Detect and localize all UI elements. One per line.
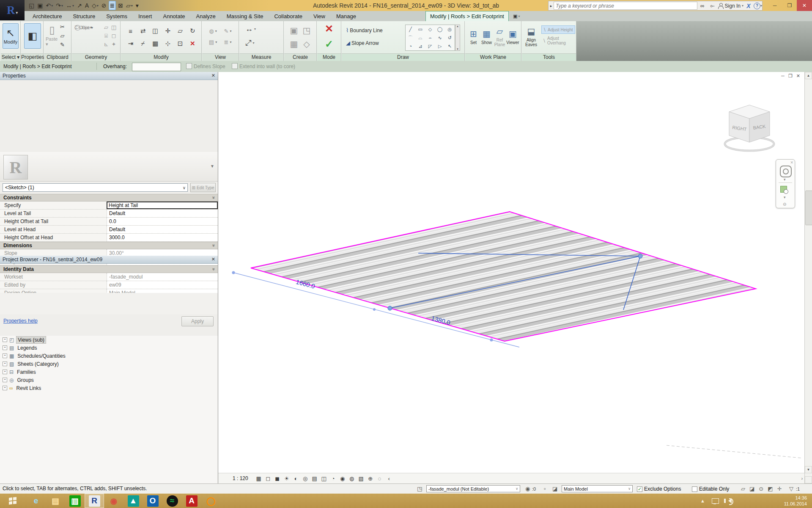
property-value[interactable]: -fasade_modul	[107, 273, 218, 281]
customize-qat-icon[interactable]: ▾▾	[135, 1, 140, 10]
expand-icon[interactable]: +	[3, 378, 7, 382]
select-pinned-icon[interactable]: ⊙	[759, 486, 763, 492]
delete-icon[interactable]: ✕	[190, 40, 195, 47]
design-option-select[interactable]: Main Model∨	[562, 485, 633, 492]
ellipse-tool-icon[interactable]: ◔	[409, 44, 412, 49]
infocenter-toggle-icon[interactable]: ▸	[549, 4, 554, 8]
work-plane-button[interactable]: ▣ Viewer	[507, 24, 519, 49]
property-value[interactable]: Default	[107, 226, 218, 233]
spline-tool-icon[interactable]: ↺	[448, 35, 452, 41]
split-face-icon[interactable]: ◻	[112, 33, 116, 41]
tab-modify-contextual[interactable]: Modify | Roofs > Edit Footprint	[425, 11, 509, 21]
unlocked-view-icon[interactable]: ◔	[329, 475, 338, 482]
expand-icon[interactable]: +	[3, 386, 7, 390]
expand-icon[interactable]: +	[3, 370, 7, 374]
property-group-header[interactable]: Dimensions«	[0, 242, 218, 249]
copy-icon[interactable]: ▱	[178, 27, 183, 35]
network-icon[interactable]	[712, 498, 719, 504]
partial-ellipse-tool-icon[interactable]: ⊿	[418, 44, 422, 49]
view-restore-icon[interactable]: ❐	[788, 73, 793, 79]
taskbar-chrome[interactable]: ◉	[104, 494, 123, 508]
crop-region-icon[interactable]: ◫	[319, 475, 329, 482]
dimension-icon[interactable]: ⤢▾	[245, 39, 256, 47]
search-input[interactable]	[554, 2, 697, 10]
create-similar-icon[interactable]: ◳	[303, 25, 311, 36]
geometry-button[interactable]: ⬭Join▾	[74, 24, 92, 31]
taskbar-explorer[interactable]: ▤	[46, 494, 65, 508]
create-parts-icon[interactable]: ◇	[303, 39, 310, 49]
extend-into-wall-checkbox[interactable]: Extend into wall (to core)	[232, 63, 295, 69]
taskbar-acrobat[interactable]: A	[182, 494, 201, 508]
aligned-dimension-icon[interactable]: ↗▾	[76, 1, 83, 10]
property-group-header[interactable]: Constraints«	[0, 194, 218, 202]
mirror-icon[interactable]: ◫	[152, 27, 158, 35]
sun-path-icon[interactable]: ☀	[282, 475, 291, 482]
array-icon[interactable]: ▦	[152, 40, 158, 47]
center-ends-arc-icon[interactable]: ⌓	[418, 35, 422, 41]
editable-only-checkbox[interactable]: Editable Only	[692, 486, 729, 492]
worksets-icon[interactable]: ◳	[417, 486, 422, 492]
work-plane-button[interactable]: ▦ Show	[480, 24, 493, 49]
text-icon[interactable]: A▾	[84, 1, 90, 10]
select-links-icon[interactable]: ▱	[741, 486, 745, 492]
design-options-icon[interactable]: ◪	[552, 486, 557, 492]
properties-toggle-button[interactable]: ◧	[24, 23, 41, 49]
thin-lines-icon[interactable]: ≣▾	[109, 1, 116, 10]
section-icon[interactable]: ⊘▾	[101, 1, 107, 10]
expand-icon[interactable]: +	[3, 353, 7, 358]
measure-icon[interactable]: ↔▾	[65, 1, 75, 10]
slope-arrow-grip[interactable]	[638, 254, 642, 258]
lightbulb-icon[interactable]: ◍▾	[209, 25, 217, 36]
viewcube[interactable]: RIGHT BACK	[716, 97, 783, 161]
tree-item[interactable]: + ▤ Legends	[0, 344, 218, 352]
rendering-dialog-icon[interactable]: ◎	[301, 475, 310, 482]
temporary-view-properties-icon[interactable]: ⊕	[366, 475, 375, 482]
start-button[interactable]	[3, 494, 22, 508]
tree-item[interactable]: + ▧ Sheets (Category)	[0, 360, 218, 368]
finish-edit-mode-button[interactable]: ✓	[317, 38, 341, 50]
hscroll-right-arrow[interactable]: ›	[801, 476, 803, 481]
circumscribed-polygon-tool-icon[interactable]: ◯	[437, 27, 442, 32]
application-menu-button[interactable]: R▾	[0, 0, 25, 20]
taskbar-autodesk-app[interactable]: ▲	[123, 494, 143, 508]
tree-item[interactable]: + ◎ Groups	[0, 376, 218, 384]
sign-in-button[interactable]: Sign In	[725, 3, 741, 9]
move-icon[interactable]: ✛	[165, 27, 170, 35]
open-icon[interactable]: ◱▾	[28, 1, 35, 10]
navbar-collapse-icon[interactable]: ⊖	[783, 202, 786, 207]
rotate-icon[interactable]: ↻	[190, 27, 195, 35]
ribbon-tab[interactable]: Systems	[101, 11, 133, 21]
drawing-area[interactable]: ─ ❐ ✕	[218, 72, 804, 483]
visual-style-icon[interactable]: ◼	[273, 475, 282, 482]
pin-icon[interactable]: ⊡	[178, 40, 183, 47]
detail-level-icon[interactable]: ◻	[263, 475, 273, 482]
cancel-edit-mode-button[interactable]: ✕	[317, 23, 341, 35]
default-3d-view-icon[interactable]: ◇▾	[91, 1, 99, 10]
steering-wheel-icon[interactable]	[780, 166, 792, 177]
paint-icon[interactable]: ▱	[104, 24, 108, 33]
edge-split-grip[interactable]	[388, 306, 392, 310]
help-icon[interactable]: ?	[754, 3, 760, 9]
rectangle-tool-icon[interactable]: ▭	[418, 27, 422, 32]
line-tool-icon[interactable]: ╱	[409, 27, 412, 32]
boundary-line-button[interactable]: ⌇Boundary Line	[346, 27, 383, 33]
taskbar-store[interactable]: ▥	[65, 494, 85, 508]
property-value[interactable]: Height at Tail	[107, 202, 218, 209]
reveal-icon[interactable]: ≣▾	[224, 36, 232, 47]
defines-slope-checkbox[interactable]: Defines Slope	[186, 63, 225, 69]
save-icon[interactable]: ▣▾	[36, 1, 44, 10]
ribbon-tab[interactable]: Structure	[67, 11, 101, 21]
view-close-icon[interactable]: ✕	[796, 73, 800, 79]
hide-isolate-icon[interactable]: ▤▾	[209, 36, 217, 47]
property-value[interactable]: 0.0	[107, 218, 218, 225]
match-type-icon[interactable]: ✎	[60, 41, 65, 48]
property-value[interactable]: ew09	[107, 281, 218, 289]
minimize-button[interactable]: ─	[767, 0, 782, 11]
taskbar-outlook[interactable]: O	[143, 494, 162, 508]
pick-walls-tool-icon[interactable]: ▷	[438, 44, 442, 49]
align-eaves-button[interactable]: ⬓ Align Eaves	[523, 23, 540, 50]
property-group-header[interactable]: Identity Data«	[0, 265, 218, 273]
cut-icon[interactable]: ✂	[60, 24, 65, 30]
create-group-icon[interactable]: ▣	[290, 25, 298, 36]
zoom-tool-icon[interactable]	[780, 186, 787, 193]
